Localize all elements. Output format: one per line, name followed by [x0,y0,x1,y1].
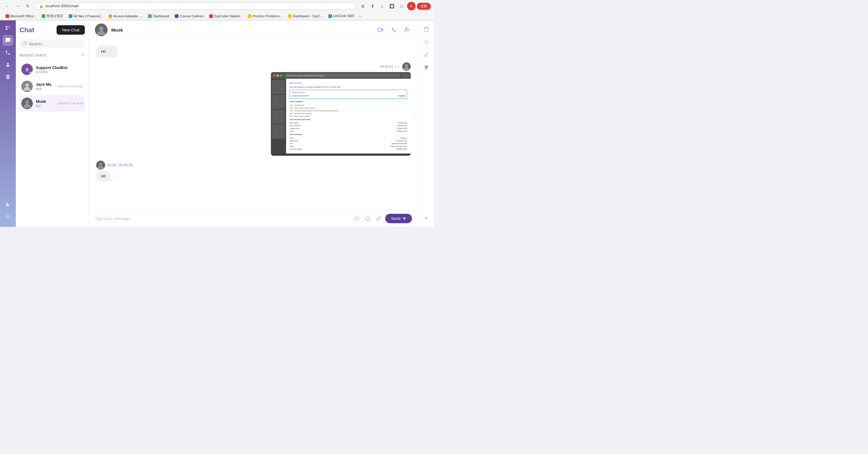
nav-dark-mode-icon[interactable] [2,199,13,210]
chat-item-musk[interactable]: Musk fad 2023-04-21 05:54:38 [20,95,85,112]
svg-point-6 [7,216,9,217]
doc-arrive: Must arrive after11 March 2024 [290,124,407,127]
doc-status-value: Granted [399,95,405,97]
nav-layers-icon[interactable] [2,71,13,82]
bookmark-label: Microsoft Office... [10,14,36,18]
message-row: Hi! ⋮ [96,171,117,182]
chat-header: Musk [89,20,418,39]
extension-btn2[interactable]: ⬡ [397,2,406,10]
message-bubble-sent: Hi! [96,171,111,182]
chat-sidebar-header: Chat New Chat [20,25,85,35]
doc-section3: Visa summary [290,133,407,136]
svg-point-13 [25,83,29,87]
more-bookmarks[interactable]: » [357,14,363,19]
profile-btn[interactable]: X [407,2,415,10]
doc-stay: Length of stay13 March 2029 [290,127,407,129]
right-pencil-icon[interactable] [421,50,431,60]
doc-status-box: Application status Student (subclass 500… [290,90,407,99]
chat-item-jackma[interactable]: Jack Ma fadf 2023-04-21 05:54:21 [20,78,85,95]
message-more-icon[interactable]: ⋮ [108,49,113,54]
address-bar[interactable]: 🔒 localhost:3000/chat# [35,2,356,10]
add-member-button[interactable] [402,25,412,35]
doc-dob: Date of birth02 January 2001 [290,140,407,142]
emoji-button[interactable] [363,214,372,223]
refresh-button[interactable]: ↻ [24,2,32,10]
right-calendar-icon[interactable] [421,24,431,34]
voice-call-button[interactable] [389,25,399,35]
message-more-dots[interactable]: ⋮ [113,173,117,179]
bookmark-allfiles[interactable]: All files | Powered... [66,14,105,19]
chat-avatar-musk [21,98,33,109]
browser-chrome: ← → ↻ 🔒 localhost:3000/chat# ⊞ ⬆ ☆ 🔲 ⬡ X… [0,0,434,20]
video-call-button[interactable] [375,25,385,35]
doc-status-label: Application status [292,91,405,94]
back-button[interactable]: ← [3,2,11,10]
svg-point-7 [24,42,26,45]
right-bulb-icon[interactable] [421,37,431,47]
screenshot-url: online.immi.gov.au/application/app... [285,73,400,77]
nav-settings-icon[interactable] [2,211,13,222]
bookmark-access[interactable]: Access Adelaide -... [106,14,145,19]
nav-user-icon[interactable] [2,59,13,70]
svg-point-15 [25,100,29,104]
sender-avatar-small [402,62,411,71]
svg-point-23 [405,64,408,67]
star-btn[interactable]: ☆ [378,2,386,10]
right-sidebar [418,20,434,227]
doc-travel: TravelMultiple entries [290,130,407,132]
screenshot-container: online.immi.gov.au/application/app... □ … [271,72,411,156]
input-actions: Send [352,214,412,223]
doc-visa: VisaStudent (subclass 500) [290,142,407,145]
bookmark-lintcode[interactable]: LintCode 练码 [326,13,356,19]
nav-phone-icon[interactable] [2,47,13,58]
refresh-input-button[interactable] [352,214,361,223]
chat-main: Musk Hi! ⋮ [89,20,418,227]
bookmark-practice[interactable]: Practice Problems... [245,14,285,19]
doc-body: We have granted you a Student (subclass … [290,86,407,89]
screenshot-btn[interactable]: ⊞ [359,2,367,10]
screenshot-more-icon[interactable]: ⋮ [412,114,417,120]
lock-icon: 🔒 [39,4,43,8]
message-text-received: Hi! [101,49,106,54]
right-plus-icon[interactable] [421,213,431,223]
send-button[interactable]: Send [385,214,412,223]
svg-point-19 [405,28,407,30]
message-input[interactable] [95,216,349,221]
search-icon [23,41,27,46]
browser-actions: ⊞ ⬆ ☆ 🔲 ⬡ X 更新 [359,2,431,10]
doc-cond5: 8515 - Must maintain eligibility [290,115,407,117]
chat-item-support[interactable]: S Support ChatBot ● Online [20,61,85,78]
bookmark-youdao[interactable]: 有道云笔记 [39,13,66,19]
chat-time-jackma: 2023-04-21 05:54:21 [58,85,83,88]
bookmark-courses[interactable]: Course Outlines [173,14,206,19]
nav-grid-icon[interactable] [2,23,13,34]
svg-point-25 [99,163,102,166]
message-sent-hi: Musk, 08:40:56 Hi! ⋮ [96,160,411,182]
nav-chat-icon[interactable] [2,35,13,46]
app-container: Chat New Chat RECENT CHATS S Supp [0,20,434,227]
timestamp-text: 08:40:53 [380,65,393,68]
bookmark-microsoft[interactable]: Microsoft Office... [3,14,39,19]
thumb-3 [272,110,285,124]
right-github-icon[interactable] [421,62,431,73]
bookmark-label: All files | Powered... [73,14,103,18]
bookmark-topcoder[interactable]: TopCoder Statisti... [207,14,245,19]
share-btn[interactable]: ⬆ [368,2,377,10]
screenshot-image: online.immi.gov.au/application/app... □ … [271,72,411,156]
svg-rect-4 [8,27,10,28]
bookmark-dashboard-top[interactable]: Dashboard - TopC... [285,14,325,19]
link-button[interactable] [374,214,383,223]
update-button[interactable]: 更新 [417,3,431,10]
filter-icon[interactable] [81,53,85,58]
bookmark-dashboard[interactable]: Dashboard [146,14,172,19]
bookmarks-bar: Microsoft Office... 有道云笔记 All files | Po… [0,12,434,20]
forward-button[interactable]: → [13,2,22,10]
message-text-sent: Hi! [101,174,106,179]
search-input[interactable] [29,42,81,46]
send-button-label: Send [391,216,400,221]
doc-cond3: 8208 - No study change relating to a cri… [290,110,407,112]
thumb-2 [272,95,285,109]
new-chat-button[interactable]: New Chat [57,25,85,35]
extension-btn1[interactable]: 🔲 [388,2,396,10]
doc-date-grant: Date of grant20 April 2023 [290,122,407,124]
